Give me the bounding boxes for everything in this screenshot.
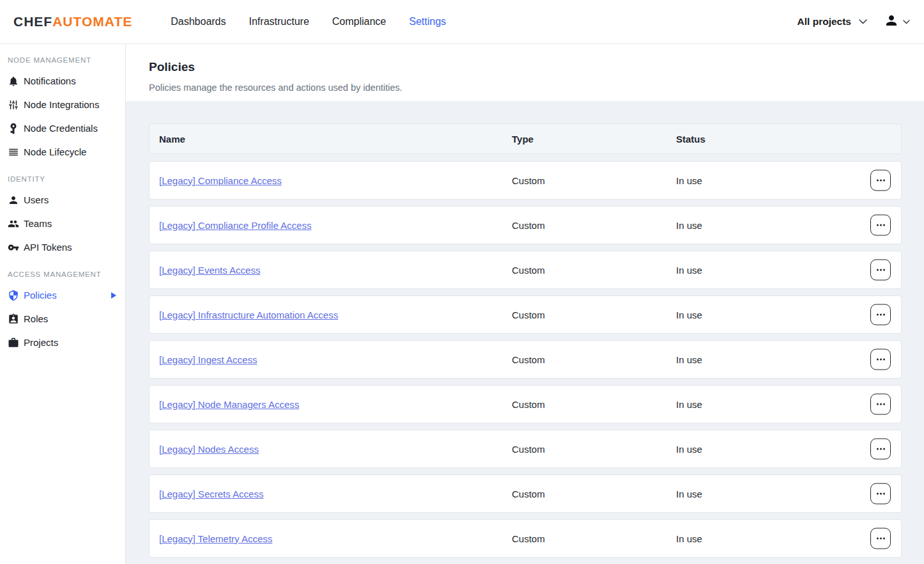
sidebar-item-notifications[interactable]: Notifications [0,69,125,93]
person-icon [8,194,19,206]
row-menu-button[interactable] [870,170,891,191]
list-icon [8,146,19,158]
nav-infrastructure[interactable]: Infrastructure [249,16,309,27]
policy-type-cell: Custom [512,533,676,544]
row-menu-button[interactable] [870,439,891,460]
policy-type-cell: Custom [512,444,676,455]
sidebar-item-label: Policies [24,290,57,301]
sidebar-item-roles[interactable]: Roles [0,307,125,331]
projects-filter-label: All projects [797,16,851,27]
table-header-row: Name Type Status [149,123,902,154]
sidebar-section-label: ACCESS MANAGEMENT [0,270,125,283]
policies-table-body: [Legacy] Compliance AccessCustomIn use[L… [149,161,902,558]
nav-settings[interactable]: Settings [409,16,446,27]
key-vertical-icon [8,123,19,134]
policy-type-cell: Custom [512,309,676,320]
row-menu-button[interactable] [870,394,891,415]
nav-compliance[interactable]: Compliance [332,16,386,27]
logo-chef-text: CHEF [13,14,52,29]
sidebar-item-policies[interactable]: Policies [0,283,125,307]
sidebar-section-label: NODE MANAGEMENT [0,56,125,69]
column-header-status: Status [676,134,901,145]
policy-type-cell: Custom [512,354,676,365]
policy-status-cell: In use [676,444,901,455]
sidebar-item-teams[interactable]: Teams [0,212,125,235]
sidebar-item-users[interactable]: Users [0,188,125,212]
ellipsis-icon [877,180,879,182]
policy-link[interactable]: [Legacy] Ingest Access [159,354,257,365]
policy-name-cell: [Legacy] Nodes Access [159,444,512,455]
sidebar-item-node-lifecycle[interactable]: Node Lifecycle [0,140,125,164]
group-icon [8,218,19,230]
sidebar-item-label: Users [24,194,49,205]
sidebar-item-label: Node Credentials [24,123,98,134]
badge-icon [8,313,19,325]
policy-name-cell: [Legacy] Compliance Access [159,175,512,186]
policy-status-cell: In use [676,354,901,365]
ellipsis-icon [877,403,879,405]
chevron-down-icon [903,20,910,24]
row-menu-button[interactable] [870,304,891,325]
sidebar-item-label: Notifications [24,75,76,86]
row-menu-button[interactable] [870,349,891,370]
page-title: Policies [149,60,901,74]
policy-link[interactable]: [Legacy] Events Access [159,265,260,276]
table-row: [Legacy] Compliance AccessCustomIn use [149,161,902,200]
policy-type-cell: Custom [512,265,676,276]
projects-filter-dropdown[interactable]: All projects [797,16,867,27]
sidebar-item-node-integrations[interactable]: Node Integrations [0,93,125,116]
settings-sidebar: NODE MANAGEMENT Notifications Node Integ… [0,44,126,564]
sidebar-item-projects[interactable]: Projects [0,331,125,354]
table-row: [Legacy] Infrastructure Automation Acces… [149,295,902,334]
policy-status-cell: In use [676,265,901,276]
column-header-name: Name [159,134,512,145]
table-row: [Legacy] Secrets AccessCustomIn use [149,474,902,513]
user-menu[interactable] [884,13,914,31]
table-row: [Legacy] Telemetry AccessCustomIn use [149,519,902,558]
policy-link[interactable]: [Legacy] Compliance Access [159,175,282,186]
policy-name-cell: [Legacy] Events Access [159,265,512,276]
nav-dashboards[interactable]: Dashboards [171,16,226,27]
sidebar-item-node-credentials[interactable]: Node Credentials [0,116,125,140]
policy-link[interactable]: [Legacy] Node Managers Access [159,399,299,410]
chef-automate-logo[interactable]: CHEF AUTOMATE [13,14,132,29]
shield-icon [8,290,19,301]
policy-link[interactable]: [Legacy] Nodes Access [159,444,259,455]
table-row: [Legacy] Node Managers AccessCustomIn us… [149,385,902,423]
policy-link[interactable]: [Legacy] Secrets Access [159,489,263,499]
column-header-type: Type [512,134,676,145]
policy-link[interactable]: [Legacy] Compliance Profile Access [159,220,311,231]
ellipsis-icon [877,224,879,226]
policy-link[interactable]: [Legacy] Infrastructure Automation Acces… [159,309,338,320]
policy-name-cell: [Legacy] Ingest Access [159,354,512,365]
policy-type-cell: Custom [512,399,676,410]
sidebar-item-label: Projects [24,337,58,348]
bell-icon [8,75,19,87]
main-content: Policies Policies manage the resources a… [126,44,924,564]
policy-name-cell: [Legacy] Compliance Profile Access [159,220,512,231]
sidebar-item-label: Node Integrations [24,99,99,110]
policy-type-cell: Custom [512,220,676,231]
chevron-down-icon [859,19,867,24]
sidebar-section-identity: IDENTITY Users Teams API Tokens [0,175,125,259]
expand-arrow-icon [111,292,116,299]
table-row: [Legacy] Compliance Profile AccessCustom… [149,206,902,244]
policy-name-cell: [Legacy] Telemetry Access [159,533,512,544]
policy-type-cell: Custom [512,489,676,499]
policy-link[interactable]: [Legacy] Telemetry Access [159,533,272,544]
row-menu-button[interactable] [870,215,891,236]
policy-name-cell: [Legacy] Secrets Access [159,489,512,499]
ellipsis-icon [877,493,879,495]
sidebar-item-label: Teams [24,218,52,229]
table-row: [Legacy] Events AccessCustomIn use [149,251,902,289]
key-icon [8,242,19,253]
policy-status-cell: In use [676,309,901,320]
row-menu-button[interactable] [870,483,891,505]
sidebar-item-api-tokens[interactable]: API Tokens [0,235,125,259]
policy-status-cell: In use [676,489,901,499]
row-menu-button[interactable] [870,528,891,549]
policy-type-cell: Custom [512,175,676,186]
row-menu-button[interactable] [870,260,891,281]
sidebar-section-label: IDENTITY [0,175,125,188]
policy-status-cell: In use [676,175,901,186]
